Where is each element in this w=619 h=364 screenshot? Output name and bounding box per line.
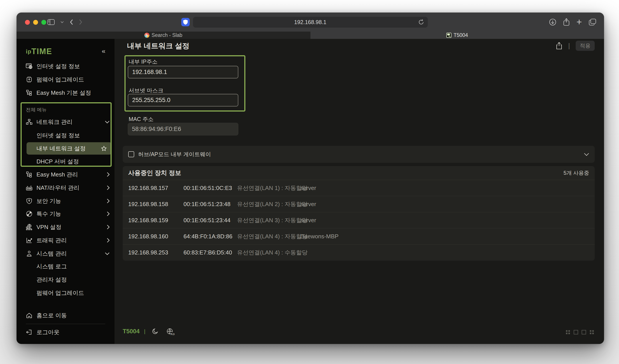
home-icon [26,312,32,318]
sidebar-divider [26,324,105,324]
logout-icon [26,329,32,335]
tab-t5004[interactable]: T5004 [310,32,604,39]
grid-dots-icon[interactable] [565,329,571,335]
browser-window: 192.168.98.1 + [17,13,604,344]
device-connection: 유선연결(LAN 4) : 수동할당 [237,249,308,256]
mac-address-label: MAC 주소 [129,116,154,123]
square-layout-icon[interactable] [581,329,587,335]
back-button[interactable] [70,19,73,25]
reload-icon[interactable] [418,19,424,25]
internal-ip-label: 내부 IP주소 [129,58,158,65]
sidebar-group-easymesh-management[interactable]: Easy Mesh 관리 [17,168,114,181]
device-connection: 유선연결(LAN 2) : 자동할당 [237,200,308,208]
sidebar-toggle-icon[interactable] [48,19,55,25]
chevron-down-icon[interactable] [584,153,589,156]
browser-globe-icon [26,63,32,69]
device-name: server [300,217,316,224]
subnet-mask-input[interactable] [128,94,238,107]
export-share-icon[interactable] [556,42,563,50]
sidebar-group-vpn[interactable]: VPN 설정 [17,220,114,234]
person-icon [26,250,32,257]
sidebar-group-security[interactable]: 보안 기능 [17,194,114,208]
device-mac: 64:4B:F0:1A:8D:86 [183,233,232,240]
devices-header: 사용중인 장치 정보 5개 사용중 [123,166,595,180]
device-name: server [300,185,316,191]
forward-button[interactable] [79,19,83,25]
chevron-down-icon[interactable] [105,252,110,255]
chevron-right-icon[interactable] [107,225,110,229]
device-ip: 192.168.98.160 [128,233,168,240]
sidebar-item-firmware-upgrade[interactable]: 펌웨어 업그레이드 [17,73,114,86]
sidebar-subitem-admin-settings[interactable]: 관리자 설정 [17,273,114,286]
device-connection: 유선연결(LAN 1) : 자동할당 [237,184,308,192]
chevron-right-icon[interactable] [107,199,110,203]
gateway-checkbox-label: 허브/AP모드 내부 게이트웨이 [138,151,211,158]
mesh-icon [26,171,32,178]
sidebar: ipTIME « 인터넷 설정 정보 펌웨어 업그레이드 [17,39,114,344]
sidebar-subitem-firmware-upgrade[interactable]: 펌웨어 업그레이드 [17,286,114,299]
minimize-window-button[interactable] [33,20,38,25]
sidebar-dropdown-chevron-icon[interactable] [60,21,64,23]
tab-title: T5004 [454,32,468,38]
apply-button[interactable]: 적용 [576,41,595,51]
device-row: 192.168.98.253 60:83:E7:B6:D5:40 유선연결(LA… [123,244,595,260]
sidebar-item-logout[interactable]: 로그아웃 [17,325,114,339]
sidebar-subitem-dhcp-server[interactable]: DHCP 서버 설정 [17,155,114,168]
window-controls [25,20,46,25]
tab-title: Search - Slab [152,32,182,38]
zoom-window-button[interactable] [41,20,46,25]
sidebar-item-internet-info[interactable]: 인터넷 설정 정보 [17,60,114,73]
sidebar-group-traffic[interactable]: 트래픽 관리 [17,234,114,247]
tab-overview-icon[interactable] [589,18,596,26]
traffic-chart-icon [26,237,32,243]
device-name: Daewons-MBP [300,233,338,240]
device-row: 192.168.98.159 00:1E:06:51:23:44 유선연결(LA… [123,212,595,228]
internal-ip-input[interactable] [128,66,238,78]
dark-mode-moon-icon[interactable] [152,328,159,335]
chip-icon [26,76,32,83]
router-icon [26,185,32,191]
device-mac: 00:1E:06:51:0C:E3 [183,185,232,191]
device-connection: 유선연결(LAN 4) : 자동할당 [237,233,308,240]
device-row: 192.168.98.157 00:1E:06:51:0C:E3 유선연결(LA… [123,180,595,196]
devices-panel: 사용중인 장치 정보 5개 사용중 192.168.98.157 00:1E:0… [123,166,595,261]
sidebar-item-go-home[interactable]: 홈으로 이동 [17,309,114,322]
square-layout-icon[interactable] [573,329,579,335]
chevron-right-icon[interactable] [107,185,110,190]
mesh-icon [26,90,32,96]
share-icon[interactable] [563,18,570,26]
tab-search-slab[interactable]: S Search - Slab [17,32,310,39]
chevron-right-icon[interactable] [107,238,110,243]
device-row: 192.168.98.160 64:4B:F0:1A:8D:86 유선연결(LA… [123,228,595,244]
sidebar-collapse-icon[interactable]: « [102,47,105,55]
favorite-star-icon[interactable] [101,146,107,151]
chevron-right-icon[interactable] [107,172,110,177]
sidebar-subitem-internal-network-selected[interactable]: 내부 네트워크 설정 [27,142,112,155]
close-window-button[interactable] [25,20,30,25]
sidebar-item-easymesh-basic[interactable]: Easy Mesh 기본 설정 [17,86,114,99]
language-globe-icon[interactable]: Ko [166,328,173,335]
chevron-down-icon[interactable] [105,121,110,123]
address-bar[interactable]: 192.168.98.1 [193,17,428,27]
iptime-logo: ipTIME « [26,47,105,56]
sidebar-group-network-management[interactable]: 네트워크 관리 [17,115,114,129]
device-ip: 192.168.98.157 [128,185,168,191]
grid-dots-icon[interactable] [589,329,595,335]
device-name: server [300,201,316,208]
sidebar-group-system[interactable]: 시스템 관리 [17,247,114,260]
vpn-globe-icon [26,224,32,230]
device-mac: 60:83:E7:B6:D5:40 [183,249,232,256]
sidebar-subitem-system-log[interactable]: 시스템 로그 [17,260,114,273]
sidebar-group-nat-router[interactable]: NAT/라우터 관리 [17,181,114,194]
sidebar-group-special-functions[interactable]: 특수 기능 [17,207,114,220]
gateway-checkbox[interactable] [128,151,134,157]
sidebar-subitem-internet-info[interactable]: 인터넷 설정 정보 [17,129,114,142]
chevron-right-icon[interactable] [107,211,110,216]
special-function-icon [26,211,32,217]
device-ip: 192.168.98.159 [128,217,168,224]
device-connection: 유선연결(LAN 3) : 자동할당 [237,216,308,224]
mac-address-input [128,123,238,135]
new-tab-icon[interactable]: + [576,17,582,27]
downloads-icon[interactable] [549,18,556,26]
password-manager-extension-icon[interactable] [181,18,190,26]
